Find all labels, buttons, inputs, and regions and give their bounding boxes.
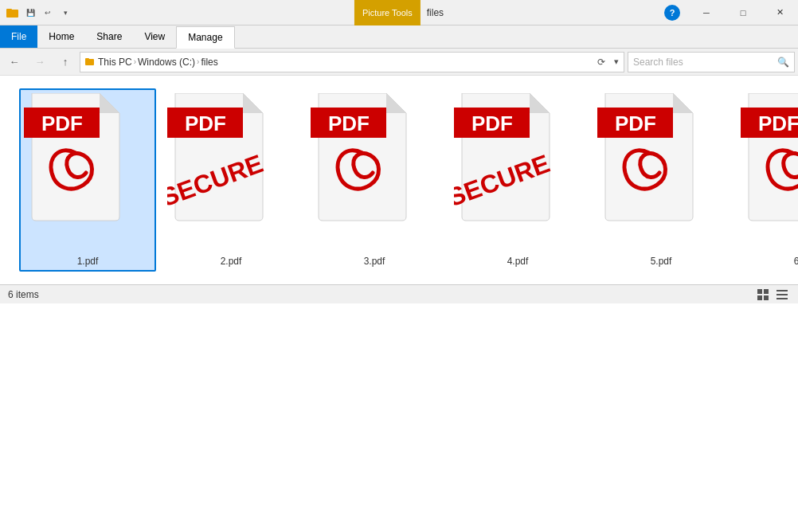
tab-view[interactable]: View <box>133 25 176 48</box>
path-windows-c: Windows (C:) <box>138 57 195 68</box>
file-grid: PDF1.pdfPDFSECURE2.pdfPDF3.pdfPDFSECURE4… <box>0 76 798 284</box>
path-sep-2: › <box>197 57 199 66</box>
file-label-3: 3.pdf <box>364 256 385 267</box>
save-quick-btn[interactable]: 💾 <box>22 5 38 21</box>
address-bar[interactable]: This PC › Windows (C:) › files ⟳ ▾ <box>80 52 624 72</box>
details-view-btn[interactable] <box>774 287 790 303</box>
pdf-icon-1: PDF <box>24 93 151 252</box>
file-item-4[interactable]: PDFSECURE4.pdf <box>449 88 586 272</box>
search-placeholder: Search files <box>633 57 683 68</box>
folder-small-icon <box>85 57 95 67</box>
tab-file[interactable]: File <box>0 25 37 48</box>
nav-bar: ← → ↑ This PC › Windows (C:) › files ⟳ ▾… <box>0 49 798 76</box>
title-bar-controls: ? ─ □ ✕ <box>664 0 798 25</box>
ribbon-tabs: File Home Share View Manage <box>0 25 798 48</box>
svg-rect-22 <box>776 290 788 291</box>
path-sep-1: › <box>134 57 136 66</box>
undo-quick-btn[interactable]: ↩ <box>40 5 56 21</box>
file-label-6: 6.pdf <box>794 256 798 267</box>
view-controls <box>755 287 790 303</box>
file-label-2: 2.pdf <box>221 256 242 267</box>
pdf-icon-5: PDF <box>597 93 725 252</box>
svg-rect-19 <box>764 289 769 294</box>
tab-share[interactable]: Share <box>85 25 133 48</box>
svg-text:PDF: PDF <box>758 111 798 135</box>
status-bar: 6 items <box>0 284 798 303</box>
svg-rect-21 <box>764 295 769 300</box>
address-dropdown[interactable]: ▾ <box>614 57 619 67</box>
path-this-pc: This PC <box>98 57 132 68</box>
minimize-button[interactable]: ─ <box>688 0 725 25</box>
svg-text:PDF: PDF <box>471 111 513 135</box>
title-bar-left: 💾 ↩ ▾ <box>0 5 80 21</box>
window-title: files <box>427 7 444 18</box>
svg-rect-24 <box>776 298 788 299</box>
large-icons-view-btn[interactable] <box>755 287 771 303</box>
search-box[interactable]: Search files 🔍 <box>628 52 795 72</box>
refresh-button[interactable]: ⟳ <box>592 53 611 72</box>
file-label-5: 5.pdf <box>651 256 672 267</box>
svg-rect-23 <box>776 294 788 295</box>
svg-rect-18 <box>757 289 762 294</box>
picture-tools-tab[interactable]: Picture Tools <box>354 0 421 25</box>
dropdown-quick-btn[interactable]: ▾ <box>57 5 73 21</box>
close-button[interactable]: ✕ <box>761 0 798 25</box>
svg-text:PDF: PDF <box>41 111 83 135</box>
maximize-button[interactable]: □ <box>725 0 761 25</box>
file-label-4: 4.pdf <box>507 256 529 267</box>
tab-home[interactable]: Home <box>37 25 85 48</box>
forward-button[interactable]: → <box>29 52 51 72</box>
title-bar-center: Picture Tools files <box>354 0 444 25</box>
svg-text:PDF: PDF <box>615 111 656 135</box>
pdf-icon-3: PDF <box>311 93 438 252</box>
address-path: This PC › Windows (C:) › files <box>98 57 218 68</box>
file-item-6[interactable]: PDF6.pdf <box>736 88 798 272</box>
folder-icon <box>6 6 19 19</box>
svg-rect-20 <box>757 295 762 300</box>
svg-rect-1 <box>6 9 12 11</box>
pdf-icon-2: PDFSECURE <box>167 93 295 252</box>
file-item-3[interactable]: PDF3.pdf <box>306 88 443 272</box>
help-button[interactable]: ? <box>664 5 680 21</box>
back-button[interactable]: ← <box>3 52 25 72</box>
ribbon: File Home Share View Manage <box>0 25 798 49</box>
search-icon: 🔍 <box>777 57 789 68</box>
main-area: PDF1.pdfPDFSECURE2.pdfPDF3.pdfPDFSECURE4… <box>0 76 798 284</box>
file-item-5[interactable]: PDF5.pdf <box>593 88 730 272</box>
file-label-1: 1.pdf <box>77 256 99 267</box>
item-count: 6 items <box>8 289 39 300</box>
svg-text:PDF: PDF <box>185 111 226 135</box>
file-item-2[interactable]: PDFSECURE2.pdf <box>162 88 299 272</box>
pdf-icon-4: PDFSECURE <box>454 93 581 252</box>
quick-access-toolbar: 💾 ↩ ▾ <box>22 5 73 21</box>
pdf-icon-6: PDF <box>741 93 798 252</box>
path-files: files <box>201 57 217 68</box>
file-item-1[interactable]: PDF1.pdf <box>19 88 156 272</box>
svg-text:PDF: PDF <box>328 111 370 135</box>
svg-rect-3 <box>85 58 89 61</box>
up-button[interactable]: ↑ <box>54 52 76 72</box>
title-bar: 💾 ↩ ▾ Picture Tools files ? ─ □ ✕ <box>0 0 798 25</box>
tab-manage[interactable]: Manage <box>176 26 234 49</box>
